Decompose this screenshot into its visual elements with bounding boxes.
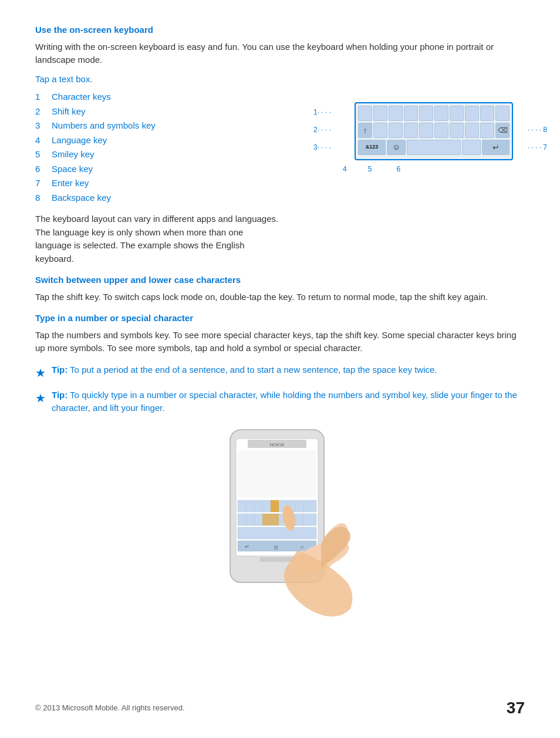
item-number: 5 <box>35 148 52 161</box>
char-key <box>480 106 494 121</box>
tip1-label: Tip: <box>52 365 68 375</box>
label-5: 5 <box>368 164 372 174</box>
footer: © 2013 Microsoft Mobile. All rights rese… <box>35 696 525 720</box>
lang-key <box>462 140 481 155</box>
section3: Type in a number or special character Ta… <box>35 312 525 355</box>
item-label: Smiley key <box>52 148 95 161</box>
char-key <box>404 123 418 138</box>
tip1-box: ★ Tip: To put a period at the end of a s… <box>35 363 525 382</box>
char-key <box>495 106 510 121</box>
num-sym-key: &123 <box>358 140 386 155</box>
svg-text:NOKIA: NOKIA <box>270 442 285 447</box>
tip2-content: To quickly type in a number or special c… <box>52 390 517 413</box>
label-4: 4 <box>343 164 347 174</box>
item-label: Enter key <box>52 177 89 190</box>
char-key <box>450 123 464 138</box>
svg-text:↵: ↵ <box>245 544 249 550</box>
list-item: 4 Language key <box>35 134 319 147</box>
item-label: Character keys <box>52 90 111 104</box>
backspace-key: ⌫ <box>495 123 510 138</box>
keyboard-parts-list: 1 Character keys 2 Shift key 3 Numbers a… <box>35 90 319 204</box>
keyboard-row-2: ↑ ⌫ <box>358 123 510 138</box>
section3-title: Type in a number or special character <box>35 312 525 325</box>
char-key <box>389 106 403 121</box>
list-item: 2 Shift key <box>35 105 319 119</box>
list-item: 3 Numbers and symbols key <box>35 119 319 133</box>
list-item: 8 Backspace key <box>35 191 319 205</box>
list-item: 7 Enter key <box>35 177 319 190</box>
section2-text: Tap the shift key. To switch caps lock m… <box>35 291 525 304</box>
item-label: Numbers and symbols key <box>52 119 156 133</box>
item-number: 7 <box>35 177 52 190</box>
intro-text: Writing with the on-screen keyboard is e… <box>35 41 525 67</box>
char-key <box>465 123 479 138</box>
keyboard-visual: ↑ ⌫ &123 ☺ ↵ <box>355 102 513 160</box>
svg-rect-30 <box>259 557 295 562</box>
smiley-key: ☺ <box>387 140 406 155</box>
keyboard-row-1 <box>358 106 510 121</box>
item-label: Shift key <box>52 105 86 119</box>
enter-key: ↵ <box>482 140 510 155</box>
shift-key: ↑ <box>358 123 372 138</box>
svg-text:|||: ||| <box>274 544 278 550</box>
svg-rect-25 <box>238 527 316 539</box>
char-key <box>450 106 464 121</box>
keyboard-row-3: &123 ☺ ↵ <box>358 140 510 155</box>
phone-illustration: NOKIA ↵ ||| ⌕ <box>35 427 525 626</box>
copyright-text: © 2013 Microsoft Mobile. All rights rese… <box>35 702 185 714</box>
item-number: 6 <box>35 163 52 176</box>
char-key <box>358 106 372 121</box>
tip2-box: ★ Tip: To quickly type in a number or sp… <box>35 389 525 415</box>
tip2-text: Tip: To quickly type in a number or spec… <box>52 389 525 415</box>
item-label: Backspace key <box>52 191 111 205</box>
char-key <box>419 123 433 138</box>
item-number: 2 <box>35 105 52 119</box>
item-number: 1 <box>35 90 52 104</box>
item-number: 4 <box>35 134 52 147</box>
char-key <box>434 106 448 121</box>
char-key <box>373 123 387 138</box>
list-section: 1 Character keys 2 Shift key 3 Numbers a… <box>35 90 319 274</box>
list-item: 5 Smiley key <box>35 148 319 161</box>
char-key <box>434 123 448 138</box>
char-key <box>373 106 387 121</box>
item-number: 8 <box>35 191 52 205</box>
row1-label-left: 1· · · · <box>313 107 331 117</box>
tip1-text: Tip: To put a period at the end of a sen… <box>52 363 437 377</box>
star-icon-2: ★ <box>35 389 46 407</box>
char-key <box>419 106 433 121</box>
char-key <box>465 106 479 121</box>
svg-rect-4 <box>238 450 316 497</box>
row3-label-left: 3· · · · <box>313 142 331 153</box>
phone-svg: NOKIA ↵ ||| ⌕ <box>198 427 362 626</box>
row3-label-right: · · · · 7 <box>528 142 547 153</box>
svg-text:⌕: ⌕ <box>301 544 303 550</box>
label-6: 6 <box>396 164 400 174</box>
section-title-keyboard: Use the on-screen keyboard <box>35 23 525 37</box>
main-content: 1 Character keys 2 Shift key 3 Numbers a… <box>35 90 525 274</box>
row2-label-right: · · · · 8 <box>528 124 547 135</box>
item-label: Language key <box>52 134 107 147</box>
char-key <box>389 123 403 138</box>
section3-text: Tap the numbers and symbols key. To see … <box>35 329 525 355</box>
item-label: Space key <box>52 163 93 176</box>
row2-label-left: 2· · · · <box>313 124 331 135</box>
char-key <box>480 123 494 138</box>
bottom-labels: 4 5 6 <box>337 164 525 174</box>
list-item: 1 Character keys <box>35 90 319 104</box>
list-item: 6 Space key <box>35 163 319 176</box>
tip2-label: Tip: <box>52 390 68 400</box>
svg-rect-24 <box>262 514 279 525</box>
page-number: 37 <box>507 696 525 720</box>
star-icon-1: ★ <box>35 364 46 382</box>
space-key <box>407 140 461 155</box>
char-key <box>404 106 418 121</box>
svg-rect-14 <box>271 500 279 512</box>
tap-instruction: Tap a text box. <box>35 73 525 86</box>
keyboard-diagram: 1· · · · 2· · · · 3· · · · · · · · 8 · ·… <box>337 90 525 174</box>
section2: Switch between upper and lower case char… <box>35 274 525 304</box>
section2-title: Switch between upper and lower case char… <box>35 274 525 287</box>
keyboard-description: The keyboard layout can vary in differen… <box>35 213 282 265</box>
item-number: 3 <box>35 119 52 133</box>
tip1-content: To put a period at the end of a sentence… <box>68 365 437 375</box>
